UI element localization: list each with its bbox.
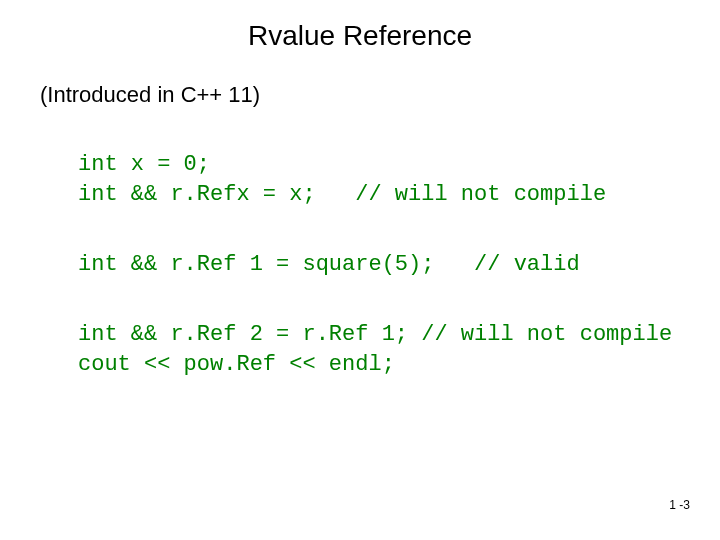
code-block-2: int && r.Ref 1 = square(5); // valid [78, 250, 580, 280]
code-block-3: int && r.Ref 2 = r.Ref 1; // will not co… [78, 320, 672, 379]
code-line: int && r.Ref 1 = square(5); // valid [78, 252, 580, 277]
page-number: 1 -3 [669, 498, 690, 512]
code-line: int x = 0; [78, 152, 210, 177]
slide-title: Rvalue Reference [0, 20, 720, 52]
code-block-1: int x = 0; int && r.Refx = x; // will no… [78, 150, 606, 209]
slide-subtitle: (Introduced in C++ 11) [40, 82, 260, 108]
slide: Rvalue Reference (Introduced in C++ 11) … [0, 0, 720, 540]
code-line: int && r.Ref 2 = r.Ref 1; // will not co… [78, 322, 672, 347]
code-line: cout << pow.Ref << endl; [78, 352, 395, 377]
code-line: int && r.Refx = x; // will not compile [78, 182, 606, 207]
